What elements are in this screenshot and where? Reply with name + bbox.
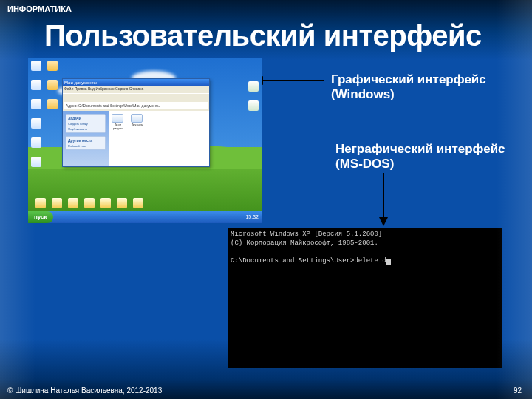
cli-label: Неграфический интерфейс (MS-DOS): [335, 142, 505, 171]
file-name: Музыка: [131, 123, 144, 126]
explorer-titlebar: Мои документы: [63, 79, 209, 86]
desktop-icon: [47, 80, 58, 90]
desktop-icons-right: [248, 81, 259, 120]
desktop-icon: [248, 81, 259, 92]
desktop-icon: [31, 61, 41, 71]
desktop-icon: [31, 99, 41, 109]
file-item: Мои рисунки: [112, 114, 125, 129]
desktop-icon: [31, 118, 41, 129]
desktop-icon: [84, 198, 95, 208]
gui-label: Графический интерфейс (Windows): [331, 72, 486, 102]
cli-label-sub: (MS-DOS): [335, 157, 505, 171]
desktop-icon: [52, 198, 62, 208]
dos-line2: (C) Корпорация Майкрософт, 1985-2001.: [231, 239, 378, 247]
page-title: Пользовательский интерфейс: [44, 19, 482, 52]
desktop-icons-bottom: [35, 198, 143, 208]
side-places-panel: Другие места Рабочий стол: [66, 136, 106, 150]
dos-cursor: [386, 259, 391, 265]
side-tasks-item: Опубликовать: [68, 127, 103, 131]
side-places-header: Другие места: [68, 138, 103, 143]
desktop-icon: [47, 61, 58, 71]
explorer-body: Задачи Создать папку Опубликовать Другие…: [63, 111, 209, 166]
desktop-icon: [35, 198, 46, 208]
dos-line1: Microsoft Windows XP [Версия 5.1.2600]: [231, 231, 382, 238]
address-value: C:\Documents and Settings\User\Мои докум…: [78, 103, 160, 108]
address-label: Адрес:: [66, 103, 78, 108]
desktop-icon: [47, 99, 58, 109]
windows-screenshot: Мои документы Файл Правка Вид Избранное …: [28, 58, 262, 223]
file-name: Мои рисунки: [112, 123, 125, 130]
start-button: пуск: [28, 211, 53, 223]
explorer-window: Мои документы Файл Правка Вид Избранное …: [62, 78, 210, 167]
gui-label-sub: (Windows): [331, 87, 486, 102]
dos-prompt: C:\Documents and Settings\User>delete d: [231, 257, 386, 265]
explorer-file-area: Мои рисунки Музыка: [109, 111, 209, 166]
desktop-icon: [68, 198, 78, 208]
folder-icon: [131, 114, 143, 123]
gui-label-title: Графический интерфейс: [331, 72, 486, 87]
side-tasks-panel: Задачи Создать папку Опубликовать: [66, 114, 106, 133]
footer-copyright: © Шишлина Наталья Васильевна, 2012-2013: [7, 386, 162, 395]
desktop-icon: [100, 198, 111, 208]
side-tasks-item: Создать папку: [68, 122, 103, 126]
side-tasks-header: Задачи: [68, 116, 103, 120]
desktop-icons-col2: [47, 61, 61, 118]
desktop-icon: [31, 80, 41, 90]
desktop-icon: [31, 157, 41, 167]
xp-taskbar: пуск 15:32: [28, 211, 262, 223]
desktop-icon: [133, 198, 143, 208]
explorer-menubar: Файл Правка Вид Избранное Сервис Справка: [63, 86, 209, 93]
page-number: 92: [514, 386, 522, 395]
explorer-addressbar: Адрес: C:\Documents and Settings\User\Мо…: [64, 102, 208, 109]
folder-icon: [112, 114, 123, 123]
desktop-icon: [31, 137, 41, 148]
arrow-to-cli: [383, 173, 384, 219]
system-tray: 15:32: [242, 211, 262, 223]
explorer-sidepanel: Задачи Создать папку Опубликовать Другие…: [63, 111, 109, 166]
desktop-icon: [117, 198, 127, 208]
course-label: ИНФОРМАТИКА: [7, 4, 72, 13]
file-item: Музыка: [131, 114, 144, 129]
arrow-to-gui: [262, 80, 324, 81]
dos-screenshot: Microsoft Windows XP [Версия 5.1.2600] (…: [228, 228, 502, 368]
desktop-icon: [248, 100, 259, 111]
cli-label-title: Неграфический интерфейс: [335, 142, 505, 157]
side-places-item: Рабочий стол: [68, 144, 103, 148]
explorer-toolbar: [63, 93, 209, 100]
